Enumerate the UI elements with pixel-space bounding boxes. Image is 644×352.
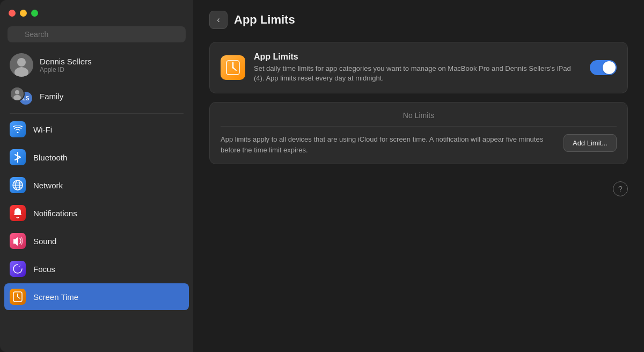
family-avatars: LS bbox=[10, 86, 33, 106]
sidebar-item-sound[interactable]: Sound bbox=[4, 228, 189, 254]
sidebar-item-label: Notifications bbox=[33, 209, 77, 218]
avatar bbox=[10, 53, 33, 77]
screentime-icon bbox=[10, 289, 26, 305]
sidebar-divider bbox=[10, 113, 184, 114]
sidebar-item-label: Sound bbox=[33, 237, 56, 246]
sidebar-item-label: Screen Time bbox=[33, 292, 78, 302]
bluetooth-icon bbox=[10, 149, 26, 165]
app-limits-card: App Limits Set daily time limits for app… bbox=[209, 42, 628, 93]
sidebar-item-label: Wi-Fi bbox=[33, 125, 52, 134]
add-limit-button[interactable]: Add Limit... bbox=[564, 134, 617, 152]
app-name: App Limits bbox=[254, 52, 581, 62]
sidebar-item-user[interactable]: Dennis Sellers Apple ID bbox=[4, 49, 189, 81]
sidebar-item-label: Focus bbox=[33, 265, 55, 274]
sidebar-item-bluetooth[interactable]: Bluetooth bbox=[4, 144, 189, 171]
sound-icon bbox=[10, 233, 26, 249]
sidebar-item-wifi[interactable]: Wi-Fi bbox=[4, 116, 189, 143]
focus-icon bbox=[10, 261, 26, 277]
user-name: Dennis Sellers bbox=[40, 57, 92, 66]
no-limits-header: No Limits bbox=[221, 111, 617, 127]
help-area: ? bbox=[209, 181, 628, 196]
sidebar-item-focus[interactable]: Focus bbox=[4, 255, 189, 282]
sidebar-item-screentime[interactable]: Screen Time bbox=[4, 283, 189, 310]
user-info: Dennis Sellers Apple ID bbox=[40, 57, 92, 74]
main-content: ‹ App Limits App Limits Set daily time l… bbox=[193, 0, 644, 352]
no-limits-body: App limits apply to all devices that are… bbox=[221, 134, 617, 155]
sidebar-item-family[interactable]: LS Family bbox=[4, 81, 189, 111]
app-limits-toggle[interactable] bbox=[590, 60, 617, 75]
notifications-icon bbox=[10, 205, 26, 221]
sidebar: Dennis Sellers Apple ID LS Family bbox=[0, 0, 193, 352]
search-container bbox=[0, 23, 193, 49]
help-button[interactable]: ? bbox=[613, 181, 628, 196]
svg-point-17 bbox=[17, 296, 18, 297]
traffic-lights bbox=[0, 0, 193, 23]
svg-point-6 bbox=[15, 90, 19, 94]
top-bar: ‹ App Limits bbox=[209, 11, 628, 29]
no-limits-card: No Limits App limits apply to all device… bbox=[209, 102, 628, 164]
wifi-icon bbox=[10, 121, 26, 137]
sidebar-item-network[interactable]: Network bbox=[4, 172, 189, 199]
app-description: Set daily time limits for app categories… bbox=[254, 64, 581, 83]
sidebar-item-label: Bluetooth bbox=[33, 153, 67, 162]
family-avatar-1 bbox=[10, 86, 25, 101]
search-input[interactable] bbox=[8, 26, 186, 42]
app-info: App Limits Set daily time limits for app… bbox=[254, 52, 581, 83]
maximize-button[interactable] bbox=[31, 10, 38, 17]
svg-point-7 bbox=[13, 95, 21, 100]
svg-point-3 bbox=[17, 58, 26, 67]
close-button[interactable] bbox=[9, 10, 16, 17]
sidebar-items: Dennis Sellers Apple ID LS Family bbox=[0, 49, 193, 352]
svg-point-21 bbox=[232, 67, 234, 69]
toggle-knob bbox=[603, 61, 616, 74]
network-icon bbox=[10, 177, 26, 193]
sidebar-item-notifications[interactable]: Notifications bbox=[4, 200, 189, 226]
page-title: App Limits bbox=[234, 13, 295, 27]
app-limits-icon bbox=[221, 55, 245, 80]
back-button[interactable]: ‹ bbox=[209, 11, 228, 29]
no-limits-text: App limits apply to all devices that are… bbox=[221, 134, 555, 155]
user-subtitle: Apple ID bbox=[40, 66, 92, 74]
minimize-button[interactable] bbox=[20, 10, 27, 17]
family-label: Family bbox=[40, 92, 63, 101]
sidebar-item-label: Network bbox=[33, 181, 63, 190]
